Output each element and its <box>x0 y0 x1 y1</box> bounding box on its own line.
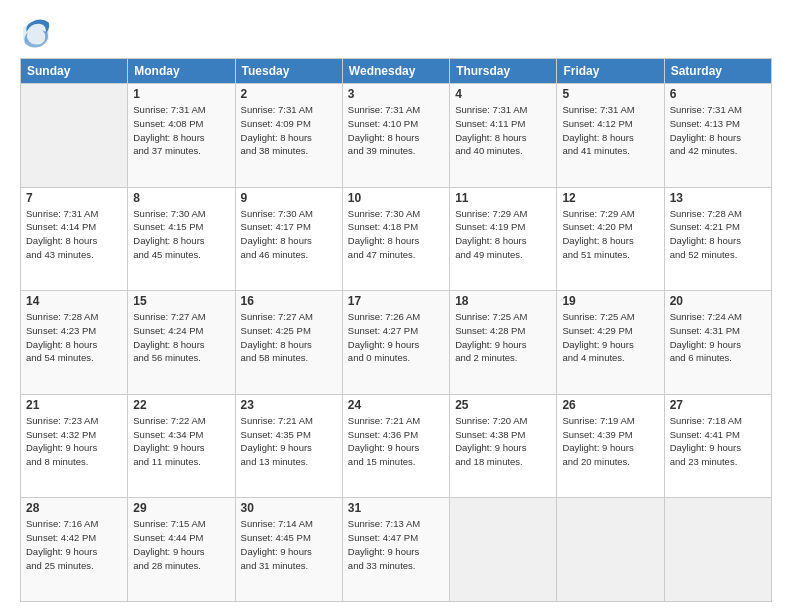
day-number: 1 <box>133 87 229 101</box>
calendar-cell: 31Sunrise: 7:13 AMSunset: 4:47 PMDayligh… <box>342 498 449 602</box>
day-info: Sunrise: 7:31 AMSunset: 4:14 PMDaylight:… <box>26 207 122 262</box>
header <box>20 16 772 48</box>
calendar-cell: 30Sunrise: 7:14 AMSunset: 4:45 PMDayligh… <box>235 498 342 602</box>
day-info: Sunrise: 7:31 AMSunset: 4:08 PMDaylight:… <box>133 103 229 158</box>
day-info: Sunrise: 7:31 AMSunset: 4:09 PMDaylight:… <box>241 103 337 158</box>
day-header-saturday: Saturday <box>664 59 771 84</box>
calendar-cell: 23Sunrise: 7:21 AMSunset: 4:35 PMDayligh… <box>235 394 342 498</box>
calendar-cell: 27Sunrise: 7:18 AMSunset: 4:41 PMDayligh… <box>664 394 771 498</box>
calendar-cell: 28Sunrise: 7:16 AMSunset: 4:42 PMDayligh… <box>21 498 128 602</box>
day-header-tuesday: Tuesday <box>235 59 342 84</box>
calendar-table: SundayMondayTuesdayWednesdayThursdayFrid… <box>20 58 772 602</box>
calendar-week-5: 28Sunrise: 7:16 AMSunset: 4:42 PMDayligh… <box>21 498 772 602</box>
day-info: Sunrise: 7:19 AMSunset: 4:39 PMDaylight:… <box>562 414 658 469</box>
calendar-cell: 15Sunrise: 7:27 AMSunset: 4:24 PMDayligh… <box>128 291 235 395</box>
calendar-cell: 18Sunrise: 7:25 AMSunset: 4:28 PMDayligh… <box>450 291 557 395</box>
logo <box>20 16 56 48</box>
day-number: 21 <box>26 398 122 412</box>
day-info: Sunrise: 7:18 AMSunset: 4:41 PMDaylight:… <box>670 414 766 469</box>
calendar-week-1: 1Sunrise: 7:31 AMSunset: 4:08 PMDaylight… <box>21 84 772 188</box>
day-header-thursday: Thursday <box>450 59 557 84</box>
calendar-cell: 16Sunrise: 7:27 AMSunset: 4:25 PMDayligh… <box>235 291 342 395</box>
calendar-cell: 19Sunrise: 7:25 AMSunset: 4:29 PMDayligh… <box>557 291 664 395</box>
day-number: 16 <box>241 294 337 308</box>
day-header-wednesday: Wednesday <box>342 59 449 84</box>
calendar-cell: 10Sunrise: 7:30 AMSunset: 4:18 PMDayligh… <box>342 187 449 291</box>
calendar-cell: 3Sunrise: 7:31 AMSunset: 4:10 PMDaylight… <box>342 84 449 188</box>
calendar-cell: 8Sunrise: 7:30 AMSunset: 4:15 PMDaylight… <box>128 187 235 291</box>
day-info: Sunrise: 7:13 AMSunset: 4:47 PMDaylight:… <box>348 517 444 572</box>
day-info: Sunrise: 7:21 AMSunset: 4:35 PMDaylight:… <box>241 414 337 469</box>
calendar-cell <box>450 498 557 602</box>
day-info: Sunrise: 7:21 AMSunset: 4:36 PMDaylight:… <box>348 414 444 469</box>
day-info: Sunrise: 7:25 AMSunset: 4:28 PMDaylight:… <box>455 310 551 365</box>
day-number: 22 <box>133 398 229 412</box>
day-info: Sunrise: 7:20 AMSunset: 4:38 PMDaylight:… <box>455 414 551 469</box>
day-number: 25 <box>455 398 551 412</box>
day-number: 3 <box>348 87 444 101</box>
day-info: Sunrise: 7:30 AMSunset: 4:17 PMDaylight:… <box>241 207 337 262</box>
day-number: 31 <box>348 501 444 515</box>
day-number: 14 <box>26 294 122 308</box>
calendar-cell: 5Sunrise: 7:31 AMSunset: 4:12 PMDaylight… <box>557 84 664 188</box>
day-info: Sunrise: 7:29 AMSunset: 4:19 PMDaylight:… <box>455 207 551 262</box>
calendar-week-2: 7Sunrise: 7:31 AMSunset: 4:14 PMDaylight… <box>21 187 772 291</box>
day-number: 7 <box>26 191 122 205</box>
calendar-cell: 24Sunrise: 7:21 AMSunset: 4:36 PMDayligh… <box>342 394 449 498</box>
day-number: 20 <box>670 294 766 308</box>
day-number: 15 <box>133 294 229 308</box>
day-info: Sunrise: 7:31 AMSunset: 4:12 PMDaylight:… <box>562 103 658 158</box>
day-info: Sunrise: 7:23 AMSunset: 4:32 PMDaylight:… <box>26 414 122 469</box>
logo-icon <box>20 16 52 48</box>
calendar-cell: 7Sunrise: 7:31 AMSunset: 4:14 PMDaylight… <box>21 187 128 291</box>
day-info: Sunrise: 7:14 AMSunset: 4:45 PMDaylight:… <box>241 517 337 572</box>
day-header-monday: Monday <box>128 59 235 84</box>
calendar-cell: 1Sunrise: 7:31 AMSunset: 4:08 PMDaylight… <box>128 84 235 188</box>
day-info: Sunrise: 7:31 AMSunset: 4:10 PMDaylight:… <box>348 103 444 158</box>
calendar-week-4: 21Sunrise: 7:23 AMSunset: 4:32 PMDayligh… <box>21 394 772 498</box>
calendar-cell: 26Sunrise: 7:19 AMSunset: 4:39 PMDayligh… <box>557 394 664 498</box>
calendar-cell <box>21 84 128 188</box>
day-number: 8 <box>133 191 229 205</box>
day-number: 28 <box>26 501 122 515</box>
day-info: Sunrise: 7:16 AMSunset: 4:42 PMDaylight:… <box>26 517 122 572</box>
day-info: Sunrise: 7:15 AMSunset: 4:44 PMDaylight:… <box>133 517 229 572</box>
calendar-cell: 17Sunrise: 7:26 AMSunset: 4:27 PMDayligh… <box>342 291 449 395</box>
day-info: Sunrise: 7:25 AMSunset: 4:29 PMDaylight:… <box>562 310 658 365</box>
day-number: 17 <box>348 294 444 308</box>
day-info: Sunrise: 7:22 AMSunset: 4:34 PMDaylight:… <box>133 414 229 469</box>
calendar-cell: 12Sunrise: 7:29 AMSunset: 4:20 PMDayligh… <box>557 187 664 291</box>
calendar-cell: 25Sunrise: 7:20 AMSunset: 4:38 PMDayligh… <box>450 394 557 498</box>
calendar-cell: 29Sunrise: 7:15 AMSunset: 4:44 PMDayligh… <box>128 498 235 602</box>
calendar-cell: 2Sunrise: 7:31 AMSunset: 4:09 PMDaylight… <box>235 84 342 188</box>
calendar-week-3: 14Sunrise: 7:28 AMSunset: 4:23 PMDayligh… <box>21 291 772 395</box>
day-number: 12 <box>562 191 658 205</box>
day-info: Sunrise: 7:27 AMSunset: 4:24 PMDaylight:… <box>133 310 229 365</box>
calendar-cell: 9Sunrise: 7:30 AMSunset: 4:17 PMDaylight… <box>235 187 342 291</box>
calendar-cell: 14Sunrise: 7:28 AMSunset: 4:23 PMDayligh… <box>21 291 128 395</box>
day-number: 11 <box>455 191 551 205</box>
day-header-friday: Friday <box>557 59 664 84</box>
calendar-cell: 20Sunrise: 7:24 AMSunset: 4:31 PMDayligh… <box>664 291 771 395</box>
day-number: 13 <box>670 191 766 205</box>
calendar-page: SundayMondayTuesdayWednesdayThursdayFrid… <box>0 0 792 612</box>
day-number: 2 <box>241 87 337 101</box>
day-info: Sunrise: 7:26 AMSunset: 4:27 PMDaylight:… <box>348 310 444 365</box>
calendar-header-row: SundayMondayTuesdayWednesdayThursdayFrid… <box>21 59 772 84</box>
day-number: 26 <box>562 398 658 412</box>
day-number: 9 <box>241 191 337 205</box>
calendar-cell: 6Sunrise: 7:31 AMSunset: 4:13 PMDaylight… <box>664 84 771 188</box>
day-header-sunday: Sunday <box>21 59 128 84</box>
day-number: 18 <box>455 294 551 308</box>
calendar-cell: 22Sunrise: 7:22 AMSunset: 4:34 PMDayligh… <box>128 394 235 498</box>
day-number: 5 <box>562 87 658 101</box>
calendar-cell <box>557 498 664 602</box>
day-info: Sunrise: 7:29 AMSunset: 4:20 PMDaylight:… <box>562 207 658 262</box>
day-info: Sunrise: 7:28 AMSunset: 4:23 PMDaylight:… <box>26 310 122 365</box>
calendar-cell: 4Sunrise: 7:31 AMSunset: 4:11 PMDaylight… <box>450 84 557 188</box>
calendar-cell: 21Sunrise: 7:23 AMSunset: 4:32 PMDayligh… <box>21 394 128 498</box>
day-info: Sunrise: 7:30 AMSunset: 4:15 PMDaylight:… <box>133 207 229 262</box>
calendar-cell <box>664 498 771 602</box>
day-info: Sunrise: 7:31 AMSunset: 4:11 PMDaylight:… <box>455 103 551 158</box>
day-info: Sunrise: 7:28 AMSunset: 4:21 PMDaylight:… <box>670 207 766 262</box>
